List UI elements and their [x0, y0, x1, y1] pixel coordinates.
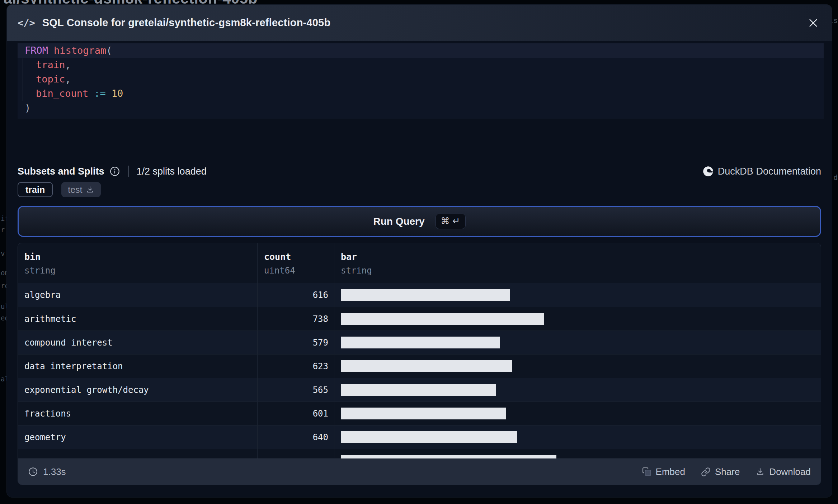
code-line: FROMhistogram(: [18, 43, 824, 58]
cell-bin: arithmetic: [18, 307, 258, 331]
duckdb-documentation-label: DuckDB Documentation: [718, 166, 821, 177]
sql-editor[interactable]: FROMhistogram( train, topic, bin_count:=…: [18, 43, 824, 119]
sql-paren: ): [25, 102, 30, 113]
info-icon[interactable]: [109, 166, 120, 177]
cmd-key-icon: ⌘: [441, 216, 450, 226]
modal-title: SQL Console for gretelai/synthetic-gsm8k…: [42, 17, 331, 29]
splits-row: train test: [18, 182, 101, 197]
split-button-train[interactable]: train: [18, 182, 53, 197]
code-icon: </>: [18, 17, 35, 28]
cell-bin: [18, 449, 258, 458]
column-type: uint64: [264, 266, 328, 276]
duckdb-documentation-link[interactable]: DuckDB Documentation: [703, 166, 821, 177]
table-row: exponential growth/decay 565: [18, 378, 821, 401]
histogram-bar: [341, 431, 517, 443]
histogram-bar: [341, 313, 544, 325]
column-header-bar[interactable]: bar string: [334, 243, 821, 283]
histogram-bar: [341, 384, 496, 396]
cell-count: 565: [258, 378, 334, 401]
share-button[interactable]: Share: [701, 466, 740, 477]
sql-identifier: topic: [36, 73, 65, 85]
sql-comma: ,: [65, 73, 71, 85]
cell-bar: [334, 307, 821, 331]
code-line: topic,: [18, 72, 824, 86]
vertical-divider: [128, 166, 129, 177]
results-footer: 1.33s Embed Share Download: [18, 458, 821, 485]
sql-number: 10: [112, 88, 123, 99]
duckdb-icon: [703, 166, 714, 177]
split-label: test: [68, 185, 82, 195]
close-button[interactable]: [805, 15, 821, 31]
table-row: fractions 601: [18, 401, 821, 425]
run-query-button[interactable]: Run Query ⌘ ↵: [18, 206, 821, 237]
column-header-bin[interactable]: bin string: [18, 243, 258, 283]
table-row: geometry 640: [18, 425, 821, 449]
split-label: train: [25, 185, 45, 195]
cell-count: 601: [258, 402, 334, 425]
split-button-test[interactable]: test: [61, 182, 101, 197]
sql-identifier: train: [36, 59, 65, 70]
run-query-label: Run Query: [373, 216, 424, 227]
modal-header: </> SQL Console for gretelai/synthetic-g…: [7, 5, 832, 41]
subsets-row: Subsets and Splits 1/2 splits loaded Duc…: [18, 163, 821, 179]
code-line: train,: [18, 58, 824, 72]
column-name: bar: [341, 252, 814, 262]
sql-keyword: FROM: [25, 45, 48, 56]
embed-label: Embed: [656, 466, 685, 477]
histogram-bar: [341, 289, 510, 301]
close-icon: [808, 17, 819, 29]
cell-bin: algebra: [18, 283, 258, 307]
query-elapsed-time: 1.33s: [28, 466, 66, 477]
table-row: compound interest 579: [18, 331, 821, 354]
cell-bar: [334, 449, 821, 458]
table-body: algebra 616 arithmetic 738 compound inte…: [18, 283, 821, 458]
share-label: Share: [715, 466, 740, 477]
footer-actions: Embed Share Download: [642, 466, 811, 477]
column-type: string: [341, 266, 814, 276]
download-label: Download: [769, 466, 811, 477]
background-text-fragment: v: [1, 250, 5, 257]
cell-bar: [334, 425, 821, 449]
cell-bin: compound interest: [18, 331, 258, 354]
cell-bar: [334, 283, 821, 307]
histogram-bar: [341, 337, 500, 348]
column-header-count[interactable]: count uint64: [258, 243, 334, 283]
cell-count: 640: [258, 425, 334, 449]
table-row: data interpretation 623: [18, 354, 821, 378]
background-text-fragment: d: [834, 174, 838, 181]
cell-bin: fractions: [18, 402, 258, 425]
histogram-bar: [341, 360, 512, 372]
subsets-title: Subsets and Splits: [18, 166, 104, 177]
table-row: arithmetic 738: [18, 307, 821, 331]
code-line: ): [18, 101, 824, 115]
sql-operator: :=: [94, 88, 106, 99]
keyboard-shortcut-badge: ⌘ ↵: [436, 214, 466, 229]
cell-count: [258, 449, 334, 458]
query-results-table: bin string count uint64 bar string algeb…: [18, 243, 821, 485]
splits-loaded-status: 1/2 splits loaded: [137, 166, 207, 177]
code-line: bin_count:=10: [18, 86, 824, 101]
cell-bin: exponential growth/decay: [18, 378, 258, 401]
sql-identifier: bin_count: [36, 88, 88, 99]
sql-paren: (: [106, 45, 112, 56]
cell-count: 579: [258, 331, 334, 354]
indent-guide: [23, 58, 23, 101]
background-text-fragment: r: [1, 227, 5, 233]
embed-icon: [642, 467, 651, 476]
download-button[interactable]: Download: [755, 466, 811, 477]
download-icon: [755, 467, 765, 476]
cell-bin: data interpretation: [18, 355, 258, 378]
clock-icon: [28, 467, 38, 477]
cell-count: 616: [258, 283, 334, 307]
table-header-row: bin string count uint64 bar string: [18, 243, 821, 283]
cell-bar: [334, 378, 821, 401]
embed-button[interactable]: Embed: [642, 466, 685, 477]
column-name: bin: [24, 252, 251, 262]
cell-count: 738: [258, 307, 334, 331]
cell-bar: [334, 402, 821, 425]
column-name: count: [264, 252, 328, 262]
link-icon: [701, 467, 711, 477]
sql-comma: ,: [65, 59, 71, 70]
subsets-status-group: Subsets and Splits 1/2 splits loaded: [18, 166, 207, 177]
table-row-partial: [18, 449, 821, 458]
